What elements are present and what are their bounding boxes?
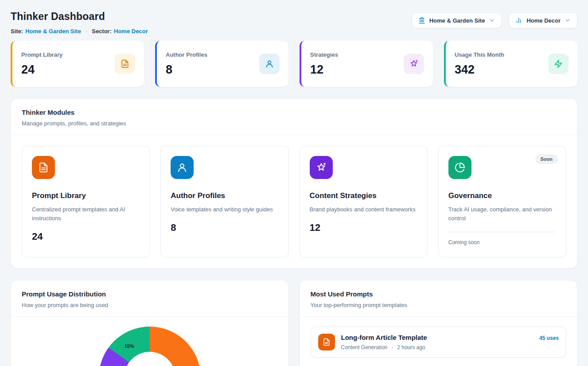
stat-value: 12	[310, 63, 338, 77]
uses-badge: 45 uses	[539, 335, 559, 341]
module-description: Brand playbooks and content frameworks	[310, 205, 417, 214]
module-card-prompt-library[interactable]: Prompt Library Centralized prompt templa…	[22, 146, 150, 257]
user-icon	[259, 54, 280, 74]
page-title: Thinker Dashboard	[11, 11, 148, 23]
modules-title: Thinker Modules	[22, 109, 566, 116]
stat-info: Strategies 12	[310, 51, 338, 77]
most-used-prompts-panel: Most Used Prompts Your top-performing pr…	[300, 280, 578, 366]
stat-label: Strategies	[310, 51, 338, 58]
stat-value: 342	[455, 63, 504, 77]
module-title: Content Strategies	[310, 191, 417, 200]
soon-badge: Soon	[535, 154, 558, 164]
modules-grid: Prompt Library Centralized prompt templa…	[11, 135, 577, 268]
pie-chart-icon	[448, 156, 471, 179]
module-card-content-strategies[interactable]: Content Strategies Brand playbooks and c…	[300, 146, 428, 257]
zap-icon	[548, 54, 569, 74]
site-selector-label: Home & Garden Site	[429, 17, 485, 24]
sparkles-icon	[404, 54, 424, 74]
sector-label: Sector:	[92, 28, 112, 35]
donut-segment-label: 15%	[125, 343, 134, 349]
prompt-time: 2 hours ago	[397, 344, 425, 350]
module-title: Author Profiles	[171, 191, 278, 200]
module-card-governance[interactable]: Soon Governance Track AI usage, complian…	[438, 146, 566, 257]
stat-info: Author Profiles 8	[166, 51, 207, 77]
stat-label: Author Profiles	[166, 51, 207, 58]
separator-dot: ·	[391, 344, 393, 350]
module-card-author-profiles[interactable]: Author Profiles Voice templates and writ…	[160, 146, 288, 257]
module-description: Centralized prompt templates and AI inst…	[32, 205, 140, 223]
prompt-list: Long-form Article Template Content Gener…	[300, 317, 577, 366]
prompt-title: Long-form Article Template	[341, 334, 533, 341]
file-text-icon	[32, 156, 55, 179]
site-selector-dropdown[interactable]: Home & Garden Site	[412, 12, 502, 28]
module-title: Governance	[448, 191, 556, 200]
donut-hole	[124, 352, 175, 366]
header-selectors: Home & Garden Site Home Decor	[412, 12, 577, 28]
stat-card-strategies: Strategies 12	[300, 41, 433, 87]
breadcrumb: Site: Home & Garden Site · Sector: Home …	[11, 28, 148, 35]
stat-label: Prompt Library	[21, 51, 62, 58]
chevron-down-icon	[489, 17, 495, 23]
stat-value: 24	[21, 63, 62, 77]
module-description: Voice templates and writing style guides	[171, 205, 278, 214]
sparkles-icon	[310, 156, 333, 179]
stat-info: Prompt Library 24	[21, 51, 62, 77]
stat-card-usage: Usage This Month 342	[444, 41, 577, 87]
sector-link[interactable]: Home Decor	[114, 28, 148, 35]
header-left: Thinker Dashboard Site: Home & Garden Si…	[11, 7, 148, 35]
stat-value: 8	[166, 63, 207, 77]
separator-dot: ·	[86, 28, 87, 35]
module-count: 8	[171, 222, 278, 234]
landmark-icon	[418, 17, 425, 24]
usage-header: Prompt Usage Distribution How your promp…	[11, 280, 288, 316]
header: Thinker Dashboard Site: Home & Garden Si…	[11, 7, 577, 35]
bottom-row: Prompt Usage Distribution How your promp…	[11, 280, 577, 366]
divider	[448, 232, 556, 232]
module-title: Prompt Library	[32, 191, 140, 200]
prompt-meta: Content Generation · 2 hours ago	[341, 344, 533, 350]
module-count: 24	[32, 231, 140, 242]
stat-card-prompt-library: Prompt Library 24	[11, 41, 144, 87]
user-icon	[171, 156, 194, 179]
modules-header: Thinker Modules Manage prompts, profiles…	[11, 99, 577, 135]
prompt-category: Content Generation	[341, 344, 388, 350]
thinker-modules-section: Thinker Modules Manage prompts, profiles…	[11, 98, 577, 269]
prompt-text: Long-form Article Template Content Gener…	[341, 334, 533, 350]
bar-chart-icon	[515, 17, 522, 24]
chart-area: 15%	[11, 317, 288, 366]
module-count: 12	[310, 222, 417, 234]
coming-soon-label: Coming soon	[448, 239, 556, 245]
stat-label: Usage This Month	[455, 51, 504, 58]
donut-chart[interactable]: 15%	[99, 327, 201, 366]
sector-selector-dropdown[interactable]: Home Decor	[509, 12, 577, 28]
dashboard-page: Thinker Dashboard Site: Home & Garden Si…	[0, 0, 588, 366]
modules-subtitle: Manage prompts, profiles, and strategies	[22, 120, 566, 127]
stat-card-author-profiles: Author Profiles 8	[155, 41, 288, 87]
file-text-icon	[318, 334, 335, 350]
file-text-icon	[115, 54, 135, 74]
site-link[interactable]: Home & Garden Site	[25, 28, 81, 35]
usage-distribution-panel: Prompt Usage Distribution How your promp…	[11, 280, 289, 366]
most-used-subtitle: Your top-performing prompt templates	[311, 302, 567, 308]
list-item[interactable]: Long-form Article Template Content Gener…	[311, 327, 567, 358]
usage-title: Prompt Usage Distribution	[22, 290, 278, 298]
chevron-down-icon	[565, 17, 571, 23]
most-used-title: Most Used Prompts	[311, 290, 567, 298]
sector-selector-label: Home Decor	[526, 17, 561, 24]
usage-subtitle: How your prompts are being used	[22, 302, 278, 308]
site-label: Site:	[11, 28, 23, 35]
most-used-header: Most Used Prompts Your top-performing pr…	[300, 280, 577, 316]
stats-row: Prompt Library 24 Author Profiles 8 Stra…	[11, 41, 577, 87]
stat-info: Usage This Month 342	[455, 51, 504, 77]
module-description: Track AI usage, compliance, and version …	[448, 205, 556, 223]
